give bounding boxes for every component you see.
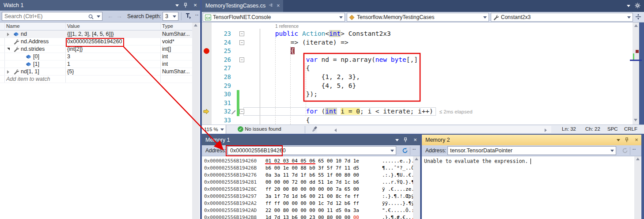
search-icon[interactable]: [88, 14, 94, 21]
horizontal-scrollbar[interactable]: [317, 126, 551, 133]
watch-row--1-[interactable]: [1]1int: [0, 60, 193, 68]
add-watch-row[interactable]: Add item to watch: [0, 76, 193, 83]
memory2-address-input[interactable]: tensor.TensorDataPointer: [447, 146, 616, 155]
code-line-28[interactable]: {1, 2, 3},: [244, 73, 360, 82]
toolbar-overflow-icon[interactable]: ..: [195, 11, 199, 16]
status-eol[interactable]: CRLF: [624, 126, 637, 132]
scrollbar-caret-marker: [630, 60, 642, 61]
watch-row-nd[interactable]: nd{[[1, 2, 3], [4, 5, 6]]}NumShar...: [0, 30, 193, 38]
line-number-33: 33: [212, 116, 231, 125]
memory-ascii: ...r.ÝQ.}.¶: [382, 179, 414, 186]
edit-pen-icon: [231, 109, 236, 116]
collapse-box-icon[interactable]: −: [239, 57, 244, 62]
code-line-26[interactable]: var nd = np.array(new byte[,]: [244, 56, 418, 64]
editor-options-gear-icon[interactable]: [635, 3, 640, 10]
memory2-titlebar[interactable]: Memory 2 ×: [422, 135, 641, 145]
pin-icon[interactable]: [182, 2, 189, 8]
memory2-content[interactable]: Unable to evaluate the expression.: [422, 156, 641, 219]
collapse-icon[interactable]: [7, 48, 10, 50]
code-line-25[interactable]: {: [244, 47, 295, 56]
refresh-icon[interactable]: [402, 147, 409, 154]
column-name[interactable]: Name: [6, 23, 20, 29]
code-area[interactable]: 1 reference public Action<int> Constant2…: [202, 23, 639, 125]
code-line-27[interactable]: {: [244, 64, 310, 73]
memory1-address-input[interactable]: 0x000002556B194260: [227, 146, 396, 155]
memory1-titlebar[interactable]: Memory 1 ×: [202, 135, 420, 145]
watch-type: int[]: [162, 46, 171, 52]
editor-scrollbar[interactable]: [633, 23, 639, 125]
format-specifier-icon[interactable]: [184, 12, 192, 22]
scroll-left-icon[interactable]: [334, 128, 337, 132]
search-input[interactable]: Search (Ctrl+E): [2, 12, 102, 21]
code-line-33[interactable]: {: [244, 116, 310, 125]
expand-icon[interactable]: [7, 70, 9, 74]
scroll-up-icon[interactable]: [634, 24, 638, 27]
status-spaces[interactable]: SPC: [607, 126, 618, 132]
memory-hex-bytes: 3a 1f 7d 1d b6 00 21 00 8c fe ff: [265, 193, 359, 200]
collapse-box-icon[interactable]: −: [239, 109, 244, 114]
type-dropdown[interactable]: Tensorflow.MemoryTestingCases: [347, 13, 489, 22]
search-options-caret-icon[interactable]: [97, 15, 100, 18]
watch-titlebar[interactable]: Watch 1 ×: [0, 0, 200, 11]
watch-row-nd-1-1-[interactable]: nd[1, 1]{5}NumShar...: [0, 68, 193, 76]
memory2-scrollbar[interactable]: [634, 156, 641, 219]
watch-grid-header[interactable]: Name Value Type: [0, 23, 193, 30]
project-dropdown[interactable]: C# TensorFlowNET.Console: [203, 13, 345, 22]
line-number-23: 23: [212, 30, 231, 38]
collapse-box-icon[interactable]: −: [239, 40, 244, 45]
split-window-icon[interactable]: [635, 14, 641, 21]
watch-name: nd[1, 1]: [21, 68, 39, 75]
change-tracking-bar: [237, 90, 239, 99]
memory-address: 0x000002556B19428C: [204, 186, 257, 193]
column-value[interactable]: Value: [67, 23, 80, 29]
code-line-24[interactable]: => (iterate) =>: [244, 38, 349, 47]
tab-memorytestingcases[interactable]: MemoryTestingCases.cs ×: [202, 0, 283, 12]
watch-type: NumShar...: [162, 68, 190, 75]
collapse-box-icon[interactable]: −: [239, 31, 244, 36]
column-type[interactable]: Type: [162, 23, 173, 29]
code-line-30[interactable]: });: [244, 90, 318, 99]
tab-pin-icon[interactable]: [269, 0, 273, 12]
expand-icon[interactable]: [7, 33, 9, 36]
toolbar-overflow-icon[interactable]: ..: [633, 145, 636, 151]
codelens-references[interactable]: 1 reference: [275, 23, 299, 29]
close-icon[interactable]: ×: [192, 2, 198, 8]
issues-indicator[interactable]: ✓ No issues found: [238, 126, 281, 132]
scroll-up-icon[interactable]: [194, 24, 197, 26]
pin-icon[interactable]: [624, 137, 630, 143]
watch-row-nd-address[interactable]: nd.Address0x000002556b194260void*: [0, 38, 193, 45]
watch-scrollbar[interactable]: [192, 23, 199, 219]
scroll-right-icon[interactable]: [545, 128, 547, 132]
watch-row-nd-strides[interactable]: nd.strides{int[2]}int[]: [0, 45, 193, 53]
tab-close-icon[interactable]: ×: [277, 0, 280, 12]
scroll-down-icon[interactable]: [634, 119, 637, 121]
perftip[interactable]: ≤ 2ms elapsed: [439, 109, 473, 114]
status-column[interactable]: Ch: 22: [585, 126, 600, 132]
toolbar-overflow-icon[interactable]: ..: [413, 145, 416, 151]
search-depth-select[interactable]: 3: [163, 12, 178, 21]
search-back-icon[interactable]: ←: [107, 12, 114, 19]
csharp-project-icon: C#: [205, 15, 211, 20]
window-position-icon[interactable]: [395, 139, 399, 141]
memory-address: 0x000002556B1942A2: [204, 200, 257, 207]
search-forward-icon[interactable]: →: [116, 12, 122, 19]
member-dropdown[interactable]: Constant2x3: [491, 13, 633, 22]
watch-row--0-[interactable]: [0]3int: [0, 53, 193, 60]
close-icon[interactable]: ×: [633, 137, 640, 143]
watch-type: int: [162, 61, 168, 67]
zoom-select[interactable]: 115 %: [202, 125, 226, 134]
memory-address: 0x000002556B1942B8: [204, 214, 257, 219]
tab-list-caret-icon[interactable]: [627, 5, 630, 7]
memory2-message: Unable to evaluate the expression.: [424, 158, 531, 164]
code-line-23[interactable]: public Action<int> Constant2x3: [244, 30, 391, 38]
memory1-content[interactable]: 0x000002556B19426001 02 03 04 05 06 65 0…: [202, 156, 420, 219]
window-position-icon[interactable]: [617, 139, 620, 141]
memory1-scrollbar[interactable]: [413, 156, 420, 219]
line-number-26: 26: [212, 56, 231, 64]
scrollbar-breakpoint-marker: [636, 50, 639, 53]
pin-icon[interactable]: [402, 137, 409, 143]
close-icon[interactable]: ×: [412, 137, 418, 143]
window-position-icon[interactable]: [175, 4, 179, 7]
code-line-29[interactable]: {4, 5, 6}: [244, 82, 356, 91]
status-line[interactable]: Ln: 32: [562, 126, 576, 132]
